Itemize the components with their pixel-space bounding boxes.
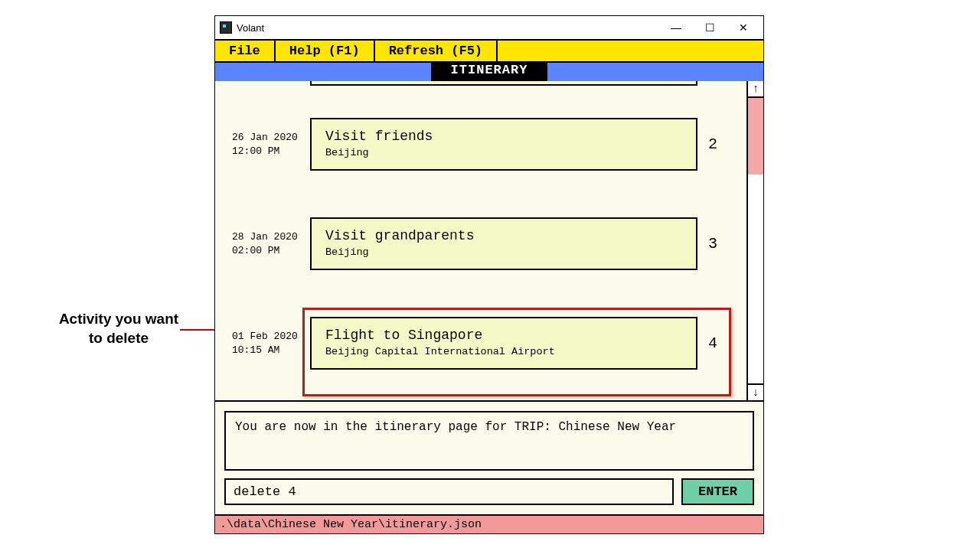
entry-date: 26 Jan 2020 (232, 131, 310, 145)
itinerary-entry: 26 Jan 2020 12:00 PM Visit friends Beiji… (215, 118, 746, 171)
itinerary-entry: 01 Feb 2020 10:15 AM Flight to Singapore… (215, 317, 746, 370)
arrow-down-icon: ↓ (752, 386, 759, 399)
arrow-up-icon: ↑ (752, 83, 759, 96)
menu-file[interactable]: File (215, 41, 276, 61)
entry-index: 4 (697, 334, 728, 352)
entry-date: 01 Feb 2020 (232, 330, 310, 344)
annotation-line1: Activity you want (59, 311, 178, 327)
entry-location: Beijing (325, 246, 682, 258)
maximize-button[interactable]: ☐ (693, 17, 727, 38)
menu-refresh[interactable]: Refresh (F5) (375, 41, 498, 61)
tab-itinerary[interactable]: ITINERARY (431, 63, 548, 81)
lower-panel: You are now in the itinerary page for TR… (215, 402, 763, 514)
entry-time: 10:15 AM (232, 344, 310, 357)
header-band: ITINERARY (215, 63, 763, 81)
vertical-scrollbar[interactable]: ↑ ↓ (746, 81, 763, 400)
scroll-up-button[interactable]: ↑ (748, 81, 763, 98)
app-window: Volant — ☐ ✕ File Help (F1) Refresh (F5)… (214, 15, 764, 534)
entry-date-col: 26 Jan 2020 12:00 PM (215, 131, 310, 158)
entry-date-col: 28 Jan 2020 02:00 PM (215, 230, 310, 257)
command-input[interactable] (224, 478, 674, 505)
close-button[interactable]: ✕ (727, 17, 760, 38)
entry-title: Visit grandparents (325, 228, 682, 243)
entry-location: Beijing Capital International Airport (325, 346, 682, 357)
menu-help[interactable]: Help (F1) (276, 41, 375, 61)
itinerary-card[interactable]: Visit grandparents Beijing (310, 217, 697, 270)
entry-index: 2 (697, 135, 728, 153)
itinerary-card[interactable]: Flight to Singapore Beijing Capital Inte… (310, 317, 697, 370)
titlebar: Volant — ☐ ✕ (215, 16, 763, 39)
annotation-label: Activity you want to delete (38, 310, 199, 347)
scroll-track[interactable] (748, 98, 763, 383)
entry-time: 12:00 PM (232, 145, 310, 158)
annotation-line2: to delete (89, 330, 149, 346)
scroll-down-button[interactable]: ↓ (748, 383, 763, 400)
path-bar: .\data\Chinese New Year\itinerary.json (215, 514, 763, 533)
status-message: You are now in the itinerary page for TR… (224, 411, 754, 471)
window-title: Volant (237, 22, 264, 34)
itinerary-list: 26 Jan 2020 12:00 PM Visit friends Beiji… (215, 81, 746, 400)
enter-button[interactable]: ENTER (681, 478, 754, 505)
entry-index: 3 (697, 235, 728, 253)
entry-title: Visit friends (325, 129, 682, 144)
entry-date-col: 01 Feb 2020 10:15 AM (215, 330, 310, 357)
itinerary-entry: 28 Jan 2020 02:00 PM Visit grandparents … (215, 217, 746, 270)
command-row: ENTER (224, 478, 754, 505)
scroll-thumb[interactable] (748, 98, 763, 174)
entry-location: Beijing (325, 147, 682, 158)
entry-title: Flight to Singapore (325, 328, 682, 343)
cutoff-card (310, 81, 697, 86)
app-icon (220, 21, 232, 34)
minimize-button[interactable]: — (659, 17, 693, 38)
menubar: File Help (F1) Refresh (F5) (215, 39, 763, 63)
entry-date: 28 Jan 2020 (232, 230, 310, 244)
itinerary-card[interactable]: Visit friends Beijing (310, 118, 697, 171)
content-row: 26 Jan 2020 12:00 PM Visit friends Beiji… (215, 81, 763, 402)
entry-time: 02:00 PM (232, 244, 310, 258)
